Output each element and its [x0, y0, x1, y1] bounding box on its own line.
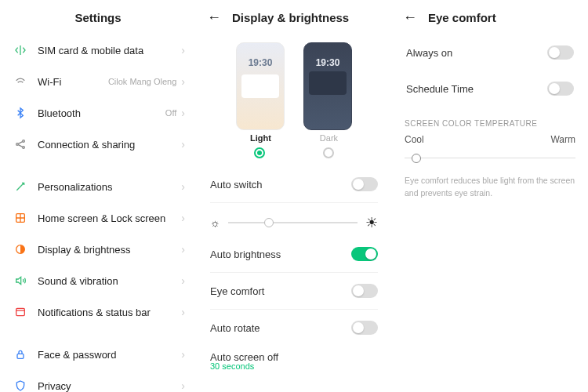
sim-icon [11, 44, 30, 56]
preview-clock: 19:30 [304, 57, 351, 68]
auto-switch-toggle[interactable] [351, 177, 378, 191]
auto-switch-label: Auto switch [210, 179, 351, 191]
brightness-slider[interactable] [228, 222, 358, 223]
chevron-right-icon: › [181, 274, 185, 287]
auto-screen-off-value: 30 seconds [196, 361, 392, 377]
wifi-icon [11, 75, 30, 88]
item-face-password[interactable]: Face & password › [0, 339, 196, 370]
status-bar-icon [11, 306, 30, 318]
theme-preview: 19:30 19:30 [196, 34, 392, 133]
item-display[interactable]: Display & brightness › [0, 234, 196, 265]
theme-dark-radio[interactable] [323, 147, 334, 158]
brightness-thumb[interactable] [264, 218, 274, 227]
always-on-toggle[interactable] [547, 45, 574, 60]
temp-endpoints: Cool Warm [392, 134, 588, 145]
temp-cool-label: Cool [405, 134, 424, 145]
row-auto-brightness[interactable]: Auto brightness [196, 236, 392, 272]
chevron-right-icon: › [181, 379, 185, 392]
display-pane: ← Display & brightness 19:30 19:30 Light… [196, 0, 392, 392]
settings-pane: Settings SIM card & mobile data › Wi-Fi … [0, 0, 196, 392]
item-label: Home screen & Lock screen [38, 212, 181, 224]
row-always-on[interactable]: Always on [392, 34, 588, 71]
item-wifi[interactable]: Wi-Fi Cilok Mang Oleng › [0, 66, 196, 97]
schedule-label: Schedule Time [406, 83, 547, 95]
item-label: Face & password [38, 349, 181, 361]
svg-point-0 [16, 143, 19, 146]
item-label: Bluetooth [38, 107, 165, 119]
helper-text: Eye comfort reduces blue light from the … [392, 175, 588, 200]
item-privacy[interactable]: Privacy › [0, 370, 196, 392]
svg-point-2 [23, 147, 25, 149]
section-color-temp: Screen Color Temperature [392, 107, 588, 134]
chevron-right-icon: › [181, 212, 185, 224]
item-value: Cilok Mang Oleng [108, 77, 176, 86]
item-connection[interactable]: Connection & sharing › [0, 129, 196, 160]
wand-icon [11, 180, 30, 193]
chevron-right-icon: › [181, 138, 185, 151]
row-auto-switch[interactable]: Auto switch [196, 166, 392, 202]
grid-icon [11, 212, 30, 224]
eye-comfort-toggle[interactable] [351, 284, 378, 298]
phone-preview-light[interactable]: 19:30 [236, 42, 285, 130]
svg-rect-6 [17, 354, 24, 358]
chevron-right-icon: › [181, 75, 185, 88]
settings-title: Settings [11, 11, 185, 24]
chevron-right-icon: › [181, 107, 185, 119]
item-notifications[interactable]: Notifications & status bar › [0, 296, 196, 328]
display-title: Display & brightness [232, 11, 349, 24]
row-auto-rotate[interactable]: Auto rotate [196, 310, 392, 346]
sun-small-icon: ☼ [210, 216, 220, 229]
svg-rect-5 [16, 308, 25, 315]
share-icon [11, 138, 30, 151]
lock-icon [11, 348, 30, 361]
item-bluetooth[interactable]: Bluetooth Off › [0, 97, 196, 129]
svg-point-1 [23, 140, 25, 143]
temp-warm-label: Warm [550, 134, 575, 145]
speaker-icon [11, 274, 30, 287]
item-label: Wi-Fi [38, 76, 108, 88]
theme-light-label: Light [250, 133, 271, 143]
temp-thumb[interactable] [412, 154, 421, 163]
temp-slider[interactable] [405, 153, 575, 164]
phone-preview-dark[interactable]: 19:30 [303, 42, 352, 130]
brightness-slider-row: ☼ ☀ [196, 203, 392, 236]
chevron-right-icon: › [181, 243, 185, 256]
sun-large-icon: ☀ [365, 214, 378, 231]
item-label: SIM card & mobile data [38, 45, 181, 56]
display-header: ← Display & brightness [196, 0, 392, 34]
theme-light-radio[interactable] [254, 147, 265, 158]
chevron-right-icon: › [181, 180, 185, 193]
eye-comfort-label: Eye comfort [210, 285, 351, 297]
back-icon[interactable]: ← [403, 10, 417, 24]
item-label: Sound & vibration [38, 275, 181, 287]
item-label: Notifications & status bar [38, 307, 181, 318]
preview-clock: 19:30 [237, 57, 284, 68]
chevron-right-icon: › [181, 44, 185, 56]
item-label: Display & brightness [38, 244, 181, 256]
shield-icon [11, 379, 30, 392]
chevron-right-icon: › [181, 348, 185, 361]
item-personalizations[interactable]: Personalizations › [0, 171, 196, 202]
item-label: Privacy [38, 380, 181, 392]
auto-brightness-toggle[interactable] [351, 247, 378, 261]
theme-dark-label: Dark [320, 133, 338, 143]
eye-comfort-pane: ← Eye comfort Always on Schedule Time Sc… [392, 0, 588, 392]
row-eye-comfort[interactable]: Eye comfort [196, 273, 392, 309]
item-label: Personalizations [38, 181, 181, 193]
auto-rotate-label: Auto rotate [210, 322, 351, 334]
settings-header: Settings [0, 0, 196, 34]
row-schedule[interactable]: Schedule Time [392, 71, 588, 107]
item-label: Connection & sharing [38, 139, 181, 151]
bluetooth-icon [11, 107, 30, 119]
contrast-icon [11, 243, 30, 256]
back-icon[interactable]: ← [207, 10, 221, 24]
eye-comfort-header: ← Eye comfort [392, 0, 588, 34]
chevron-right-icon: › [181, 306, 185, 318]
item-sound[interactable]: Sound & vibration › [0, 265, 196, 296]
schedule-toggle[interactable] [547, 82, 574, 96]
auto-rotate-toggle[interactable] [351, 321, 378, 335]
item-home-lock[interactable]: Home screen & Lock screen › [0, 202, 196, 234]
auto-brightness-label: Auto brightness [210, 249, 351, 260]
item-sim[interactable]: SIM card & mobile data › [0, 34, 196, 66]
item-value: Off [165, 108, 176, 118]
